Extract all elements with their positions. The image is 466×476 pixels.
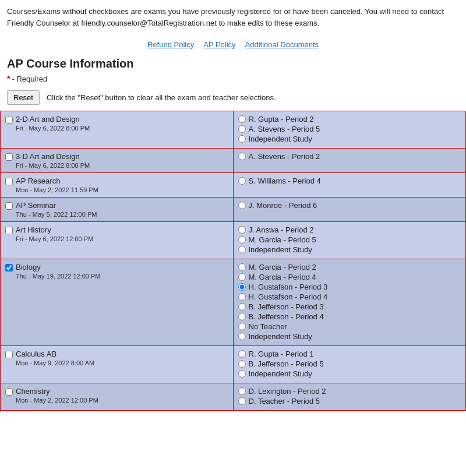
ap-policy-link[interactable]: AP Policy (203, 40, 235, 49)
teacher-cell-biology: M. Garcia - Period 2M. Garcia - Period 4… (233, 259, 466, 346)
course-name-ap-seminar: AP Seminar (16, 201, 56, 210)
links-row: Refund Policy AP Policy Additional Docum… (0, 34, 466, 52)
teacher-label-ap-seminar-0: J. Monroe - Period 6 (249, 201, 317, 210)
course-name-2d-art: 2-D Art and Design (16, 115, 80, 124)
course-checkbox-chemistry[interactable] (5, 388, 13, 396)
course-cell: Art HistoryFri - May 6, 2022 12:00 PM (1, 222, 234, 259)
teacher-label-2d-art-0: R. Gupta - Period 2 (249, 115, 314, 124)
course-cell: BiologyThu - May 19, 2022 12:00 PM (1, 259, 234, 346)
course-date-ap-seminar: Thu - May 5, 2022 12:00 PM (5, 211, 228, 218)
reset-button[interactable]: Reset (7, 90, 40, 105)
course-checkbox-3d-art[interactable] (5, 153, 13, 161)
teacher-label-2d-art-1: A. Stevens - Period 5 (249, 125, 320, 133)
teacher-cell-chemistry: D. Lexington - Period 2D. Teacher - Peri… (233, 383, 466, 411)
teacher-label-calculus-ab-0: R. Gupta - Period 1 (249, 350, 314, 358)
reset-description: Click the "Reset" button to clear all th… (47, 93, 276, 102)
teacher-label-biology-7: Independent Study (249, 332, 312, 341)
teacher-radio-biology-5[interactable] (238, 313, 246, 320)
teacher-radio-3d-art-0[interactable] (238, 153, 246, 160)
teacher-label-biology-5: B. Jefferson - Period 4 (249, 312, 324, 321)
course-checkbox-biology[interactable] (5, 264, 13, 272)
teacher-label-biology-6: No Teacher (249, 322, 287, 331)
teacher-radio-ap-research-0[interactable] (238, 177, 246, 185)
teacher-radio-art-history-2[interactable] (238, 246, 246, 253)
teacher-label-2d-art-2: Independent Study (249, 135, 312, 143)
teacher-label-chemistry-0: D. Lexington - Period 2 (249, 387, 326, 396)
teacher-label-ap-research-0: S. Williams - Period 4 (249, 177, 321, 185)
teacher-cell-art-history: J. Answa - Period 2M. Garcia - Period 5I… (233, 222, 466, 259)
teacher-label-art-history-2: Independent Study (249, 245, 312, 254)
course-cell: AP ResearchMon - May 2, 2022 11:59 PM (1, 173, 234, 198)
teacher-radio-calculus-ab-2[interactable] (238, 370, 246, 378)
teacher-radio-biology-1[interactable] (238, 273, 246, 281)
teacher-label-biology-1: M. Garcia - Period 4 (249, 273, 316, 281)
teacher-cell-ap-seminar: J. Monroe - Period 6 (233, 198, 466, 222)
course-date-biology: Thu - May 19, 2022 12:00 PM (5, 273, 228, 280)
course-date-3d-art: Fri - May 6, 2022 8:00 PM (5, 162, 228, 169)
asterisk-icon: * (7, 74, 10, 83)
notice-box: Courses/Exams without checkboxes are exa… (0, 0, 466, 34)
teacher-label-chemistry-1: D. Teacher - Period 5 (249, 397, 320, 406)
teacher-radio-biology-3[interactable] (238, 293, 246, 301)
teacher-radio-biology-0[interactable] (238, 263, 246, 271)
teacher-label-3d-art-0: A. Stevens - Period 2 (249, 152, 320, 161)
required-note: * - Required (0, 73, 466, 87)
course-checkbox-art-history[interactable] (5, 227, 13, 234)
teacher-radio-biology-4[interactable] (238, 303, 246, 311)
required-label: - Required (12, 75, 47, 83)
course-cell: 2-D Art and DesignFri - May 6, 2022 8:00… (1, 111, 234, 149)
course-checkbox-ap-seminar[interactable] (5, 202, 13, 210)
course-date-2d-art: Fri - May 6, 2022 8:00 PM (5, 125, 228, 132)
notice-text: Courses/Exams without checkboxes are exa… (7, 7, 444, 27)
teacher-radio-calculus-ab-1[interactable] (238, 360, 246, 368)
teacher-cell-calculus-ab: R. Gupta - Period 1B. Jefferson - Period… (233, 346, 466, 383)
course-date-ap-research: Mon - May 2, 2022 11:59 PM (5, 186, 228, 193)
courses-table: 2-D Art and DesignFri - May 6, 2022 8:00… (0, 111, 466, 411)
additional-documents-link[interactable]: Additional Documents (245, 40, 319, 49)
teacher-radio-chemistry-0[interactable] (238, 387, 246, 395)
teacher-cell-ap-research: S. Williams - Period 4 (233, 173, 466, 198)
course-checkbox-ap-research[interactable] (5, 178, 13, 185)
teacher-label-calculus-ab-2: Independent Study (249, 369, 312, 378)
refund-policy-link[interactable]: Refund Policy (147, 40, 194, 49)
teacher-label-biology-3: H. Gustafson - Period 4 (249, 292, 328, 301)
reset-row: Reset Click the "Reset" button to clear … (0, 87, 466, 111)
section-title: AP Course Information (0, 52, 466, 73)
course-name-biology: Biology (16, 263, 41, 272)
teacher-label-art-history-0: J. Answa - Period 2 (249, 225, 314, 234)
teacher-label-calculus-ab-1: B. Jefferson - Period 5 (249, 359, 324, 368)
teacher-radio-calculus-ab-0[interactable] (238, 350, 246, 358)
teacher-radio-biology-2[interactable] (238, 283, 246, 291)
course-name-art-history: Art History (16, 225, 51, 234)
teacher-radio-biology-7[interactable] (238, 333, 246, 340)
teacher-radio-biology-6[interactable] (238, 323, 246, 330)
course-name-ap-research: AP Research (16, 177, 60, 185)
teacher-cell-3d-art: A. Stevens - Period 2 (233, 149, 466, 173)
course-cell: ChemistryMon - May 2, 2022 12:00 PM (1, 383, 234, 411)
teacher-label-art-history-1: M. Garcia - Period 5 (249, 235, 316, 244)
course-cell: Calculus ABMon - May 9, 2022 8:00 AM (1, 346, 234, 383)
teacher-radio-2d-art-0[interactable] (238, 115, 246, 123)
course-cell: 3-D Art and DesignFri - May 6, 2022 8:00… (1, 149, 234, 173)
course-name-chemistry: Chemistry (16, 387, 50, 396)
teacher-radio-2d-art-2[interactable] (238, 135, 246, 143)
teacher-radio-chemistry-1[interactable] (238, 397, 246, 405)
teacher-label-biology-2: H. Gustafson - Period 3 (249, 283, 328, 291)
course-date-calculus-ab: Mon - May 9, 2022 8:00 AM (5, 359, 228, 366)
teacher-label-biology-0: M. Garcia - Period 2 (249, 263, 316, 272)
teacher-cell-2d-art: R. Gupta - Period 2A. Stevens - Period 5… (233, 111, 466, 149)
course-checkbox-2d-art[interactable] (5, 116, 13, 124)
course-date-chemistry: Mon - May 2, 2022 12:00 PM (5, 397, 228, 404)
course-date-art-history: Fri - May 6, 2022 12:00 PM (5, 235, 228, 242)
teacher-radio-2d-art-1[interactable] (238, 125, 246, 133)
teacher-label-biology-4: B. Jefferson - Period 3 (249, 302, 324, 311)
course-cell: AP SeminarThu - May 5, 2022 12:00 PM (1, 198, 234, 222)
teacher-radio-ap-seminar-0[interactable] (238, 202, 246, 209)
course-checkbox-calculus-ab[interactable] (5, 351, 13, 358)
course-name-calculus-ab: Calculus AB (16, 350, 57, 358)
teacher-radio-art-history-0[interactable] (238, 226, 246, 234)
course-name-3d-art: 3-D Art and Design (16, 152, 80, 161)
teacher-radio-art-history-1[interactable] (238, 236, 246, 244)
